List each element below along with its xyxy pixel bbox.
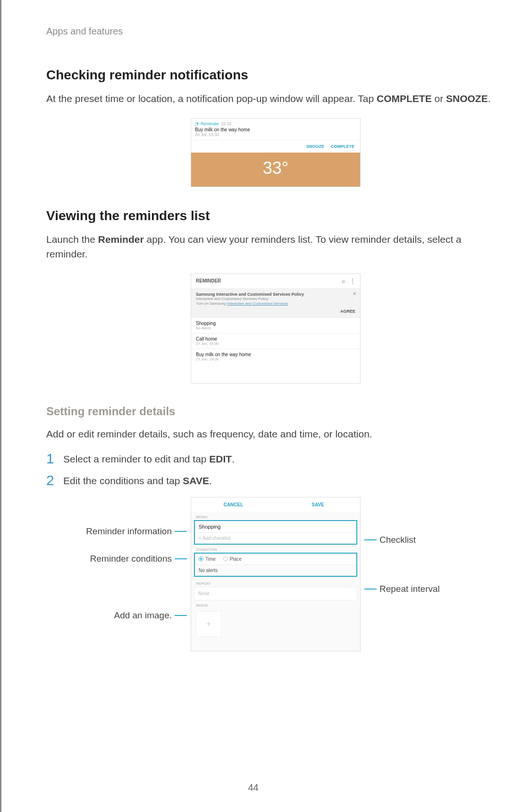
app-title: REMINDER — [196, 278, 221, 283]
item-title: Call home — [196, 336, 355, 342]
radio-label: Time — [205, 556, 216, 562]
save-button[interactable]: SAVE — [276, 497, 360, 512]
radio-icon — [223, 556, 228, 561]
text-bold: EDIT — [209, 453, 232, 464]
item-sub: 27 Jun, 16:00 — [196, 342, 355, 346]
add-checklist-button[interactable]: + Add checklist — [195, 533, 356, 544]
bell-icon: ◔ — [195, 121, 199, 126]
text: At the preset time or location, a notifi… — [46, 93, 377, 104]
memo-label: MEMO — [191, 512, 360, 520]
policy-desc: Interactive and Customised Services Poli… — [196, 297, 355, 307]
repeat-label: REPEAT — [191, 579, 360, 587]
callout-reminder-conditions: Reminder conditions — [90, 554, 172, 564]
policy-link[interactable]: Interactive and Customised Services — [227, 301, 288, 306]
radio-icon — [199, 556, 203, 561]
body-setting: Add or edit reminder details, such as fr… — [46, 427, 505, 442]
list-item[interactable]: Buy milk on the way home 27 Jun, 18:00 — [191, 349, 360, 364]
text-bold: COMPLETE — [377, 93, 432, 104]
screenshot-notification: ◔ Reminder 15:32 Buy milk on the way hom… — [191, 118, 361, 187]
policy-title: Samsung Interactive and Customised Servi… — [196, 292, 355, 297]
notification-subtitle: 20 Jul, 15:32 — [195, 132, 356, 137]
app-label: Reminder — [201, 121, 219, 126]
snooze-button[interactable]: SNOOZE — [306, 144, 324, 149]
weather-widget: 33° — [191, 153, 360, 187]
radio-label: Place — [230, 556, 242, 562]
notification-title: Buy milk on the way home — [195, 127, 356, 132]
repeat-field[interactable]: None — [194, 587, 357, 600]
body-viewing: Launch the Reminder app. You can view yo… — [46, 232, 505, 262]
more-icon[interactable]: ⋮ — [350, 278, 355, 284]
item-title: Shopping — [196, 321, 355, 326]
radio-place[interactable]: Place — [223, 556, 242, 562]
step-2: Edit the conditions and tap SAVE. — [46, 475, 505, 487]
callout-add-image: Add an image. — [114, 610, 172, 621]
plus-icon: + — [206, 620, 210, 628]
time-label: 15:32 — [221, 121, 232, 126]
text: Launch the — [46, 234, 98, 245]
item-title: Buy milk on the way home — [196, 352, 355, 357]
complete-button[interactable]: COMPLETE — [331, 144, 354, 149]
close-icon[interactable]: ✕ — [353, 291, 356, 296]
search-icon[interactable]: ⌕ — [342, 278, 345, 284]
text: . — [209, 475, 212, 486]
list-item[interactable]: Shopping No alerts — [191, 317, 360, 333]
screenshot-reminder-list: REMINDER ⌕ ⋮ ✕ Samsung Interactive and C… — [191, 274, 361, 384]
condition-label: CONDITION — [191, 545, 360, 553]
text-bold: SAVE — [183, 475, 209, 486]
text: Edit the conditions and tap — [63, 475, 183, 486]
text: or — [432, 93, 446, 104]
screenshot-edit-reminder: CANCEL SAVE MEMO Shopping + Add checklis… — [191, 497, 361, 651]
text: Interactive and Customised Services Poli… — [196, 297, 268, 301]
breadcrumb: Apps and features — [46, 26, 505, 37]
callout-reminder-info: Reminder information — [86, 526, 172, 537]
memo-field[interactable]: Shopping — [195, 521, 356, 533]
text: Select a reminder to edit and tap — [63, 453, 209, 464]
callout-repeat: Repeat interval — [379, 584, 440, 594]
subheading-setting: Setting reminder details — [46, 405, 505, 418]
text-bold: SNOOZE — [446, 93, 488, 104]
agree-button[interactable]: AGREE — [196, 309, 355, 314]
heading-viewing: Viewing the reminders list — [46, 208, 505, 223]
text: . — [232, 453, 235, 464]
condition-value[interactable]: No alerts — [195, 564, 356, 576]
body-checking: At the preset time or location, a notifi… — [46, 91, 505, 106]
text-bold: Reminder — [98, 234, 144, 245]
step-1: Select a reminder to edit and tap EDIT. — [46, 453, 505, 465]
add-image-button[interactable]: + — [196, 611, 221, 637]
cancel-button[interactable]: CANCEL — [191, 497, 276, 512]
callout-checklist: Checklist — [379, 535, 416, 545]
radio-time[interactable]: Time — [199, 556, 216, 562]
text: Turn on Samsung — [196, 301, 227, 306]
item-sub: 27 Jun, 18:00 — [196, 357, 355, 361]
page-number: 44 — [1, 782, 505, 793]
item-sub: No alerts — [196, 326, 355, 330]
text: . — [488, 93, 491, 104]
heading-checking: Checking reminder notifications — [46, 68, 505, 83]
list-item[interactable]: Call home 27 Jun, 16:00 — [191, 333, 360, 349]
image-label: IMAGE — [191, 600, 360, 608]
